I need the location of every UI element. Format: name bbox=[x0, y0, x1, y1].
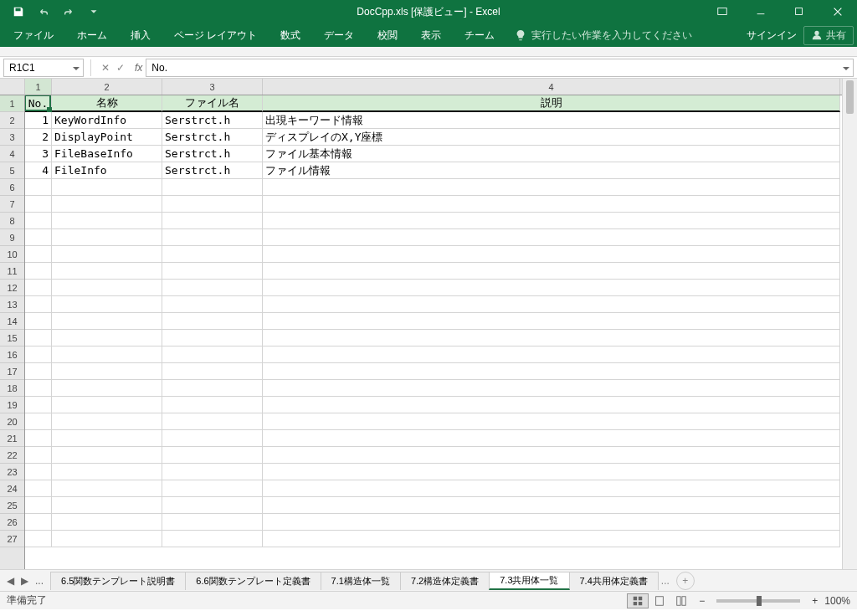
zoom-level[interactable]: 100% bbox=[824, 595, 850, 607]
cell[interactable]: KeyWordInfo bbox=[52, 112, 162, 129]
cell[interactable] bbox=[52, 447, 162, 464]
cell[interactable] bbox=[263, 447, 840, 464]
cell[interactable] bbox=[25, 497, 52, 514]
row-header[interactable]: 14 bbox=[0, 313, 24, 330]
cell[interactable] bbox=[162, 346, 263, 363]
cell[interactable]: ファイル基本情報 bbox=[263, 146, 840, 162]
cell[interactable]: FileInfo bbox=[52, 162, 162, 179]
cell[interactable] bbox=[25, 514, 52, 531]
cell[interactable] bbox=[162, 263, 263, 280]
row-header[interactable]: 1 bbox=[0, 95, 24, 112]
vertical-scrollbar[interactable] bbox=[842, 79, 857, 569]
sheet-tab[interactable]: 6.5関数テンプレート説明書 bbox=[50, 572, 186, 590]
row-header[interactable]: 24 bbox=[0, 480, 24, 497]
cell[interactable] bbox=[52, 330, 162, 346]
cell[interactable] bbox=[52, 397, 162, 413]
sheet-nav-prev[interactable]: ◀ bbox=[7, 575, 14, 587]
cell[interactable] bbox=[25, 330, 52, 346]
sheet-nav-more[interactable]: ... bbox=[35, 575, 44, 587]
cell[interactable] bbox=[263, 280, 840, 296]
tab-formulas[interactable]: 数式 bbox=[270, 23, 310, 47]
cell[interactable] bbox=[263, 413, 840, 430]
cell[interactable] bbox=[25, 380, 52, 397]
sheet-tab[interactable]: 7.4共用体定義書 bbox=[569, 572, 659, 590]
cell[interactable] bbox=[263, 514, 840, 531]
tab-data[interactable]: データ bbox=[314, 23, 364, 47]
cell[interactable] bbox=[52, 430, 162, 447]
sheet-nav-next[interactable]: ▶ bbox=[21, 575, 28, 587]
cell[interactable] bbox=[52, 413, 162, 430]
normal-view-button[interactable] bbox=[627, 593, 649, 608]
cell[interactable] bbox=[263, 213, 840, 229]
cell[interactable] bbox=[25, 346, 52, 363]
cell[interactable] bbox=[52, 346, 162, 363]
row-header[interactable]: 4 bbox=[0, 146, 24, 162]
add-sheet-button[interactable]: + bbox=[676, 572, 695, 590]
cell[interactable]: 2 bbox=[25, 129, 52, 146]
row-header[interactable]: 6 bbox=[0, 179, 24, 196]
signin-link[interactable]: サインイン bbox=[747, 28, 797, 43]
zoom-in-button[interactable]: + bbox=[812, 595, 818, 607]
cell[interactable] bbox=[263, 179, 840, 196]
cell[interactable]: ファイル情報 bbox=[263, 162, 840, 179]
cell[interactable] bbox=[263, 296, 840, 313]
cell[interactable] bbox=[263, 263, 840, 280]
sheet-tab[interactable]: 6.6関数テンプレート定義書 bbox=[185, 572, 321, 590]
page-break-view-button[interactable] bbox=[670, 593, 692, 608]
cell[interactable]: ファイル名 bbox=[162, 95, 263, 112]
row-header[interactable]: 27 bbox=[0, 531, 24, 547]
cell[interactable] bbox=[52, 229, 162, 246]
column-header[interactable]: 4 bbox=[263, 79, 840, 95]
cell[interactable]: 4 bbox=[25, 162, 52, 179]
zoom-slider[interactable] bbox=[716, 599, 800, 603]
row-header[interactable]: 26 bbox=[0, 514, 24, 531]
cell[interactable] bbox=[25, 313, 52, 330]
cell[interactable] bbox=[52, 363, 162, 380]
row-header[interactable]: 22 bbox=[0, 447, 24, 464]
qat-customize[interactable] bbox=[82, 2, 105, 22]
cell[interactable] bbox=[52, 313, 162, 330]
cell[interactable] bbox=[25, 213, 52, 229]
cell[interactable]: DisplayPoint bbox=[52, 129, 162, 146]
cell[interactable] bbox=[25, 480, 52, 497]
row-header[interactable]: 3 bbox=[0, 129, 24, 146]
cell[interactable] bbox=[162, 196, 263, 213]
cell[interactable] bbox=[25, 430, 52, 447]
cell[interactable] bbox=[52, 246, 162, 263]
tab-review[interactable]: 校閲 bbox=[367, 23, 408, 47]
tab-view[interactable]: 表示 bbox=[411, 23, 451, 47]
cell[interactable] bbox=[162, 330, 263, 346]
row-header[interactable]: 7 bbox=[0, 196, 24, 213]
cell[interactable] bbox=[25, 397, 52, 413]
cell[interactable] bbox=[162, 313, 263, 330]
cell[interactable] bbox=[52, 514, 162, 531]
tab-file[interactable]: ファイル bbox=[3, 23, 64, 47]
tell-me-box[interactable]: 実行したい作業を入力してください bbox=[515, 28, 692, 43]
fx-label[interactable]: fx bbox=[135, 62, 142, 74]
cell[interactable]: 1 bbox=[25, 112, 52, 129]
row-header[interactable]: 17 bbox=[0, 363, 24, 380]
maximize-button[interactable] bbox=[780, 0, 819, 23]
cell[interactable]: Serstrct.h bbox=[162, 162, 263, 179]
cell[interactable] bbox=[162, 497, 263, 514]
close-button[interactable] bbox=[819, 0, 857, 23]
cell[interactable]: 3 bbox=[25, 146, 52, 162]
row-header[interactable]: 13 bbox=[0, 296, 24, 313]
ribbon-options-button[interactable] bbox=[703, 0, 742, 23]
cell[interactable] bbox=[263, 196, 840, 213]
cell[interactable] bbox=[263, 330, 840, 346]
cell[interactable] bbox=[263, 246, 840, 263]
sheet-tab[interactable]: 7.1構造体一覧 bbox=[321, 572, 401, 590]
row-header[interactable]: 12 bbox=[0, 280, 24, 296]
row-header[interactable]: 21 bbox=[0, 430, 24, 447]
cell[interactable] bbox=[52, 480, 162, 497]
row-header[interactable]: 20 bbox=[0, 413, 24, 430]
sheet-more-right[interactable]: ... bbox=[661, 575, 670, 587]
cell[interactable] bbox=[25, 464, 52, 480]
cells-area[interactable]: No.名称ファイル名説明1KeyWordInfoSerstrct.h出現キーワー… bbox=[25, 95, 842, 569]
minimize-button[interactable] bbox=[742, 0, 780, 23]
tab-home[interactable]: ホーム bbox=[67, 23, 117, 47]
cell[interactable] bbox=[52, 380, 162, 397]
cell[interactable]: 出現キーワード情報 bbox=[263, 112, 840, 129]
cell[interactable] bbox=[25, 179, 52, 196]
